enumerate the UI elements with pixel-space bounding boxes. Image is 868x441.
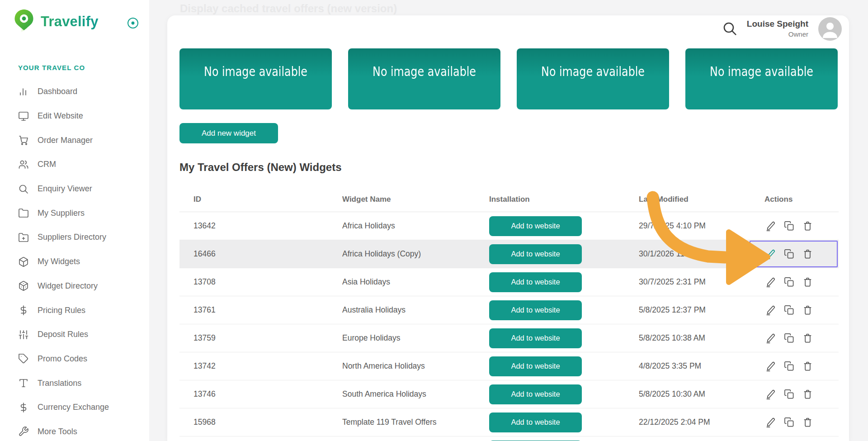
copy-icon[interactable] <box>784 277 794 287</box>
user-role: Owner <box>704 30 808 38</box>
cell-last-modified: 5/8/2025 10:38 AM <box>639 324 705 352</box>
sidebar-item-dashboard[interactable]: Dashboard <box>0 80 149 104</box>
copy-icon[interactable] <box>784 305 794 315</box>
sidebar: Travelify YOUR TRAVEL CO Dashboard Edit … <box>0 0 149 441</box>
edit-icon[interactable] <box>765 389 776 399</box>
copy-icon[interactable] <box>784 221 794 231</box>
add-to-website-button[interactable]: Add to website <box>489 300 582 320</box>
avatar[interactable] <box>818 17 842 41</box>
cell-widget-name: Australia Holidays <box>342 296 406 324</box>
edit-icon[interactable] <box>765 221 776 231</box>
no-image-placeholder: No image available <box>204 64 307 109</box>
table-title: My Travel Offers (New) Widgets <box>179 161 342 174</box>
edit-icon[interactable] <box>765 305 776 315</box>
sidebar-item-my-suppliers[interactable]: My Suppliers <box>0 201 149 225</box>
table-row: 13708 Asia Holidays Add to website 30/7/… <box>179 268 839 296</box>
cell-widget-name: Africa Holidays (Copy) <box>342 240 421 268</box>
table-body: 13642 Africa Holidays Add to website 29/… <box>179 212 839 441</box>
table-row: 16466 Africa Holidays (Copy) Add to webs… <box>179 240 839 268</box>
sidebar-item-enquiry-viewer[interactable]: Enquiry Viewer <box>0 177 149 201</box>
sidebar-item-order-manager[interactable]: Order Manager <box>0 128 149 152</box>
copy-icon[interactable] <box>784 249 794 259</box>
add-to-website-button[interactable]: Add to website <box>489 413 582 432</box>
delete-icon[interactable] <box>802 221 813 231</box>
add-to-website-button[interactable]: Add to website <box>489 244 582 264</box>
add-to-website-button[interactable]: Add to website <box>489 216 582 236</box>
no-image-placeholder: No image available <box>541 64 645 109</box>
col-header-actions: Actions <box>764 195 793 204</box>
sidebar-item-my-widgets[interactable]: My Widgets <box>0 250 149 274</box>
dice-icon <box>18 280 29 291</box>
sidebar-item-edit-website[interactable]: Edit Website <box>0 104 149 128</box>
delete-icon[interactable] <box>802 277 813 287</box>
sidebar-item-promo-codes[interactable]: Promo Codes <box>0 347 149 371</box>
widget-preview-card[interactable]: No image available <box>179 48 332 109</box>
widget-preview-card[interactable]: No image available <box>517 48 669 109</box>
cell-id: 13742 <box>193 352 216 380</box>
sidebar-item-more-tools[interactable]: More Tools <box>0 420 149 441</box>
add-to-website-button[interactable]: Add to website <box>489 328 582 348</box>
delete-icon[interactable] <box>802 361 813 371</box>
sidebar-nav: Dashboard Edit Website Order Manager CRM… <box>0 80 149 441</box>
cell-widget-name: Asia Holidays <box>342 268 390 296</box>
copy-icon[interactable] <box>784 361 794 371</box>
sidebar-item-widget-directory[interactable]: Widget Directory <box>0 274 149 299</box>
widget-preview-card[interactable]: No image available <box>348 48 500 109</box>
sidebar-item-currency-exchange[interactable]: Currency Exchange <box>0 395 149 420</box>
folder-plus-icon <box>18 232 29 243</box>
cell-actions <box>765 324 813 352</box>
wrench-icon <box>18 426 29 437</box>
delete-icon[interactable] <box>802 417 813 427</box>
sidebar-item-crm[interactable]: CRM <box>0 152 149 177</box>
cell-last-modified: 30/1/2026 11:03 AM <box>639 240 709 268</box>
delete-icon[interactable] <box>802 249 813 259</box>
delete-icon[interactable] <box>802 389 813 399</box>
col-header-name: Widget Name <box>342 195 391 204</box>
cell-last-modified: 29/7/2025 4:10 PM <box>639 212 706 240</box>
map-pin-icon <box>14 9 34 34</box>
add-to-website-button[interactable]: Add to website <box>489 384 582 404</box>
col-header-id: ID <box>193 195 201 204</box>
widgets-table: ID Widget Name Installation Last Modifie… <box>179 189 839 441</box>
search-icon <box>18 184 29 194</box>
record-circle-icon[interactable] <box>127 17 139 29</box>
user-name: Louise Speight <box>704 19 808 29</box>
table-row: 13742 North America Holidays Add to webs… <box>179 352 839 380</box>
sidebar-item-suppliers-directory[interactable]: Suppliers Directory <box>0 225 149 250</box>
user-block[interactable]: Louise Speight Owner <box>704 19 808 38</box>
edit-icon[interactable] <box>765 361 776 371</box>
cell-actions <box>765 352 813 380</box>
edit-icon[interactable] <box>765 417 776 427</box>
sidebar-section-label: YOUR TRAVEL CO <box>18 64 85 71</box>
table-row-partial: Add to website <box>179 436 839 441</box>
dollar-icon <box>18 402 29 413</box>
no-image-placeholder: No image available <box>373 64 476 109</box>
add-to-website-button[interactable]: Add to website <box>489 356 582 376</box>
table-row: 13759 Europe Holidays Add to website 5/8… <box>179 324 839 352</box>
add-to-website-button[interactable]: Add to website <box>489 272 582 292</box>
box-icon <box>18 256 29 267</box>
delete-icon[interactable] <box>802 305 813 315</box>
copy-icon[interactable] <box>784 417 794 427</box>
cell-id: 13761 <box>193 296 216 324</box>
cell-actions <box>765 380 813 408</box>
edit-icon[interactable] <box>765 249 776 259</box>
cell-widget-name: North America Holidays <box>342 352 425 380</box>
edit-icon[interactable] <box>765 333 776 343</box>
cell-id: 13746 <box>193 380 216 408</box>
sidebar-item-translations[interactable]: Translations <box>0 371 149 395</box>
cell-widget-name: Africa Holidays <box>342 212 395 240</box>
copy-icon[interactable] <box>784 389 794 399</box>
sidebar-item-deposit-rules[interactable]: Deposit Rules <box>0 322 149 347</box>
delete-icon[interactable] <box>802 333 813 343</box>
clipped-page-title: Display cached travel offers (new versio… <box>180 2 397 15</box>
widget-preview-card[interactable]: No image available <box>685 48 838 109</box>
edit-icon[interactable] <box>765 277 776 287</box>
add-new-widget-button[interactable]: Add new widget <box>179 123 278 143</box>
sidebar-item-pricing-rules[interactable]: Pricing Rules <box>0 298 149 322</box>
cell-id: 13708 <box>193 268 216 296</box>
logo[interactable]: Travelify <box>14 9 99 34</box>
widget-preview-row: No image available No image available No… <box>179 48 838 109</box>
col-header-modified: Last Modified <box>639 195 689 204</box>
copy-icon[interactable] <box>784 333 794 343</box>
